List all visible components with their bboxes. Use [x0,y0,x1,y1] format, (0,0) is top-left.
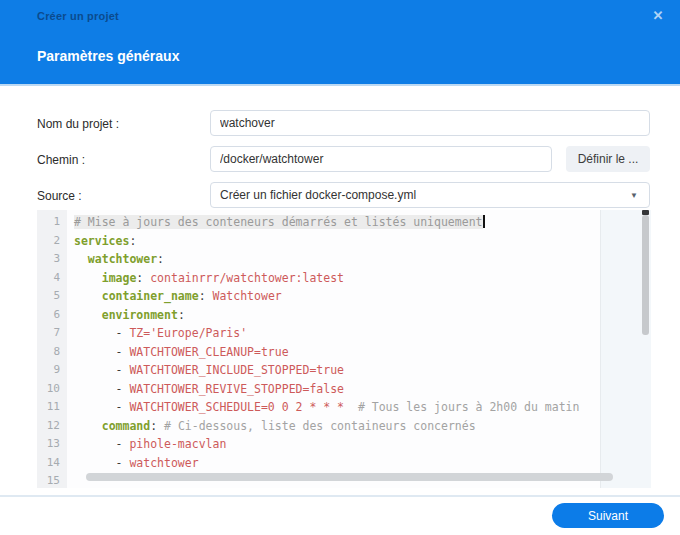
code-line-text: watchtower: [67,250,164,269]
code-line-text: - pihole-macvlan [67,435,226,454]
line-number: 11 [37,398,67,417]
code-line[interactable]: 2services: [37,232,651,251]
code-line[interactable]: 9 - WATCHTOWER_INCLUDE_STOPPED=true [37,361,651,380]
create-project-dialog: Créer un projet ✕ Paramètres généraux No… [0,0,680,535]
source-label: Source : [37,189,82,203]
editor-horizontal-scrollbar[interactable] [86,473,613,481]
line-number: 6 [37,306,67,325]
line-number: 9 [37,361,67,380]
line-number: 2 [37,232,67,251]
code-line-text: # Mise à jours des conteneurs démarrés e… [67,213,485,232]
next-button[interactable]: Suivant [552,503,664,528]
code-line[interactable]: 10 - WATCHTOWER_REVIVE_STOPPED=false [37,380,651,399]
path-input[interactable] [210,146,552,172]
footer-divider [0,495,680,497]
code-line-text: image: containrrr/watchtower:latest [67,269,344,288]
line-number: 4 [37,269,67,288]
close-icon[interactable]: ✕ [649,7,667,25]
code-line-text: services: [67,232,136,251]
code-line[interactable]: 3 watchtower: [37,250,651,269]
project-name-label: Nom du projet : [37,117,119,131]
line-number: 5 [37,287,67,306]
source-dropdown[interactable]: Créer un fichier docker-compose.yml ▼ [210,182,650,208]
code-line[interactable]: 13 - pihole-macvlan [37,435,651,454]
code-line-text: - watchtower [67,454,199,473]
section-title: Paramètres généraux [37,48,179,64]
code-line[interactable]: 4 image: containrrr/watchtower:latest [37,269,651,288]
code-line[interactable]: 7 - TZ='Europe/Paris' [37,324,651,343]
code-line[interactable]: 8 - WATCHTOWER_CLEANUP=true [37,343,651,362]
code-line-text: - WATCHTOWER_REVIVE_STOPPED=false [67,380,344,399]
code-line[interactable]: 14 - watchtower [37,454,651,473]
code-editor-lines: 1# Mise à jours des conteneurs démarrés … [37,213,651,488]
line-number: 15 [37,472,67,488]
text-cursor [483,215,485,228]
line-number: 1 [37,213,67,232]
dialog-header: Créer un projet ✕ Paramètres généraux [0,0,680,86]
code-line[interactable]: 1# Mise à jours des conteneurs démarrés … [37,213,651,232]
dialog-title: Créer un projet [37,10,119,22]
line-number: 8 [37,343,67,362]
line-number: 14 [37,454,67,473]
code-line[interactable]: 11 - WATCHTOWER_SCHEDULE=0 0 2 * * * # T… [37,398,651,417]
source-dropdown-value: Créer un fichier docker-compose.yml [220,188,416,202]
compose-code-editor[interactable]: 1# Mise à jours des conteneurs démarrés … [37,210,651,488]
code-line-text: - WATCHTOWER_SCHEDULE=0 0 2 * * * # Tous… [67,398,579,417]
code-line-text: - WATCHTOWER_INCLUDE_STOPPED=true [67,361,344,380]
line-number: 10 [37,380,67,399]
line-number: 7 [37,324,67,343]
code-line-text: - WATCHTOWER_CLEANUP=true [67,343,289,362]
project-name-input[interactable] [210,110,650,136]
code-line[interactable]: 6 environment: [37,306,651,325]
editor-vertical-scrollbar[interactable] [642,215,649,335]
code-line[interactable]: 5 container_name: Watchtower [37,287,651,306]
set-path-button[interactable]: Définir le ... [566,146,650,172]
line-number: 12 [37,417,67,436]
code-line-text: container_name: Watchtower [67,287,282,306]
line-number: 3 [37,250,67,269]
code-line-text: command: # Ci-dessous, liste des contain… [67,417,476,436]
chevron-down-icon: ▼ [630,183,638,208]
code-line-text: - TZ='Europe/Paris' [67,324,247,343]
line-number: 13 [37,435,67,454]
code-line[interactable]: 12 command: # Ci-dessous, liste des cont… [37,417,651,436]
path-label: Chemin : [37,153,85,167]
code-line-text: environment: [67,306,185,325]
